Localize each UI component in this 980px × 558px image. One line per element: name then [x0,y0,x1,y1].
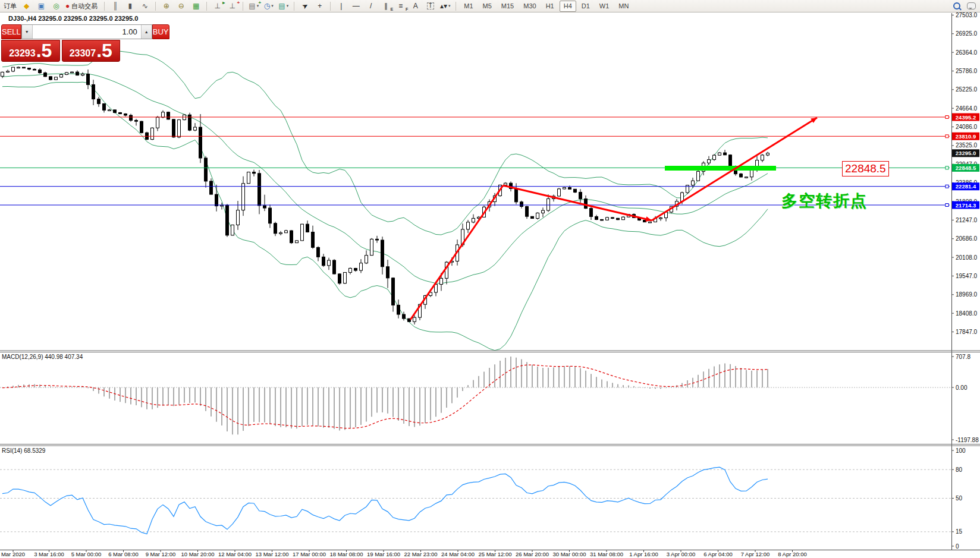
channel-icon: ∥ [384,2,388,10]
search-button[interactable] [950,1,963,11]
crosshair-icon[interactable]: + [313,1,326,11]
add-indicator-icon[interactable]: ⊥+ [225,1,239,11]
autotrade-icon: ● [65,2,70,10]
time-tick-label: 17 Mar 00:00 [293,551,326,557]
hline-handle[interactable] [946,135,948,138]
chat-button[interactable] [965,1,978,11]
time-tick-label: 10 Mar 20:00 [181,551,215,557]
label-icon: T [427,2,434,10]
price-tag-text: 22281.4 [956,183,976,190]
bar-chart-icon[interactable]: ║ [108,1,122,11]
price-tick-label: 19547.0 [956,273,978,279]
price-tag-text: 23295.0 [956,150,976,156]
time-tick-label: 7 Apr 12:00 [741,551,770,557]
price-tick-label: 25225.0 [956,86,978,93]
sell-price-main: 23293 [9,46,36,60]
toolbar: 订单◆▣◎●自动交易║▮∿⊕⊖▦⊥▸⊥+▤+▾◷▾▤▾➤+|—/∥E≡FAT▴▾… [0,0,980,12]
time-tick-label: 6 Mar 08:00 [108,551,139,557]
highlight-bar[interactable] [665,166,776,171]
buy-button[interactable]: BUY [152,24,169,39]
time-tick-label: 19 Mar 16:00 [367,551,400,557]
rsi-axis-label: 15 [956,528,963,535]
dropdown-caret-icon[interactable]: ▾ [271,4,274,8]
rsi-axis-label: 50 [956,495,963,502]
rsi-axis-label: 100 [956,447,966,454]
new-order-icon[interactable]: ◆ [20,1,33,11]
line-chart-icon[interactable]: ∿ [138,1,152,11]
price-tick-label: 18969.0 [956,291,978,298]
time-tick-label: Mar 2020 [1,551,25,557]
fibonacci-icon[interactable]: ≡F [394,1,407,11]
horizontal-line-icon: — [353,2,360,10]
tile-windows-icon[interactable]: ▦ [189,1,203,11]
volume-input[interactable] [33,25,141,39]
time-tick-label: 22 Mar 23:00 [404,551,438,557]
toolbar-separator [330,2,331,11]
vertical-line-icon[interactable]: | [334,1,348,11]
candle-chart-icon[interactable]: ▮ [123,1,137,11]
hline-handle[interactable] [946,166,948,169]
sell-price-display[interactable]: 23293 .5 [1,40,60,62]
toolbar-separator [155,2,156,11]
timeframe-h4[interactable]: H4 [560,1,576,12]
timeframe-m15[interactable]: M15 [497,1,518,12]
dropdown-caret-icon[interactable]: ▾ [448,4,451,8]
timeframe-m5[interactable]: M5 [479,1,496,12]
price-tick-label: 21247.0 [956,217,978,223]
price-callout-label[interactable]: 22848.5 [842,161,889,176]
hline-handle[interactable] [946,116,948,119]
toolbar-separator [243,2,243,11]
indicators-icon: ⊥ [215,2,221,10]
channel-icon[interactable]: ∥E [379,1,392,11]
buy-price-display[interactable]: 23307 .5 [62,40,121,62]
toolbar-separator [104,2,105,11]
zoom-out-icon[interactable]: ⊖ [174,1,188,11]
price-tick-label: 26364.0 [956,49,978,56]
time-tick-label: 3 Apr 00:00 [667,551,696,557]
arrows-icon[interactable]: ▴▾▾ [438,1,452,11]
timeframe-m30[interactable]: M30 [519,1,540,12]
text-icon[interactable]: A [409,1,422,11]
bollinger-lower-band [2,82,768,351]
zoom-in-icon[interactable]: ⊕ [159,1,173,11]
price-tick-label: 17847.0 [956,329,978,335]
timeframe-m1[interactable]: M1 [460,1,477,12]
label-icon[interactable]: T [423,1,437,11]
turning-point-note[interactable]: 多空转折点 [781,190,868,212]
time-tick-label: 30 Mar 00:00 [553,551,586,557]
sell-button[interactable]: SELL [1,24,21,39]
cursor-icon[interactable]: ➤ [298,1,312,11]
timeframe-mn[interactable]: MN [614,1,633,12]
template-icon[interactable]: ▤▾ [277,1,290,11]
macd-axis-label: -1197.88 [956,437,979,443]
trend-arrow-segment[interactable] [410,185,503,320]
toolbar-separator [294,2,294,11]
toolbar-separator [206,2,207,11]
hline-handle[interactable] [946,204,948,207]
macd-histogram [2,357,768,434]
timeframe-d1[interactable]: D1 [577,1,594,12]
price-tick-label: 20686.0 [956,235,978,242]
macd-axis-label: 0.00 [956,384,968,391]
add-chart-icon[interactable]: ▤+▾ [247,1,260,11]
autotrade-icon[interactable]: ●自动交易 [64,1,100,11]
rsi-axis-label: 0 [956,543,959,550]
hline-handle[interactable] [946,185,948,188]
volume-increase-button[interactable]: ▲ [141,25,152,39]
period-icon[interactable]: ◷▾ [262,1,275,11]
volume-decrease-button[interactable]: ▼ [22,25,33,39]
orders-label[interactable]: 订单 [4,2,17,11]
signal-icon: ◎ [53,2,59,10]
trendline-icon[interactable]: / [364,1,378,11]
horizontal-line-icon[interactable]: — [349,1,363,11]
zoom-in-icon: ⊕ [164,2,169,10]
indicators-icon[interactable]: ⊥▸ [211,1,224,11]
timeframe-w1[interactable]: W1 [595,1,614,12]
time-tick-label: 3 Mar 16:00 [34,551,64,557]
rsi-axis-label: 80 [956,466,963,473]
timeframe-h1[interactable]: H1 [542,1,558,12]
dropdown-caret-icon[interactable]: ▾ [287,4,289,8]
signal-icon[interactable]: ◎ [49,1,63,11]
chart-window-icon[interactable]: ▣ [34,1,48,11]
volume-spinner: ▼ ▲ [21,24,152,39]
